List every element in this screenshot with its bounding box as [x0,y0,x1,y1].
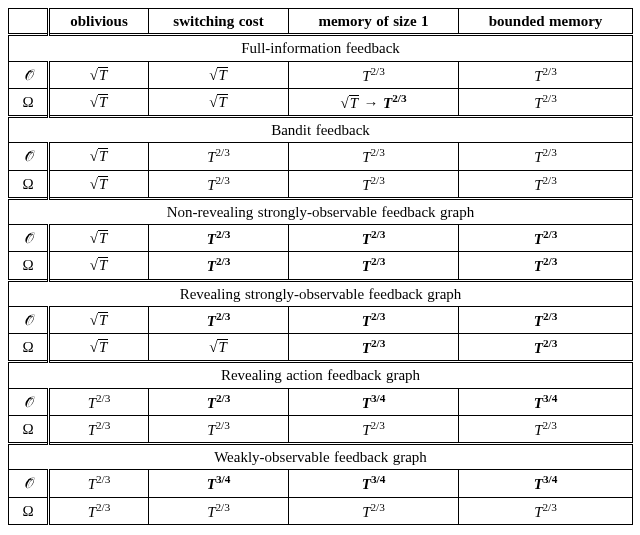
table-row: 𝒪̃ T2/3 T3/4 T3/4 T3/4 [9,470,633,497]
cell: T2/3 [49,497,149,524]
section-title: Revealing action feedback graph [9,362,633,388]
cell: T [49,88,149,116]
row-symbol-Omega: Ω [9,252,49,280]
cell: T [49,225,149,252]
table-row: Ω T T2/3 T2/3 T2/3 [9,170,633,198]
cell: T2/3 [459,170,633,198]
cell: T2/3 [459,415,633,443]
cell: T2/3 [289,170,459,198]
cell: T2/3 [459,88,633,116]
cell: T [49,306,149,333]
cell: T2/3 [459,143,633,170]
cell: T [149,334,289,362]
cell: T2/3 [459,306,633,333]
section-header: Weakly-observable feedback graph [9,444,633,470]
cell: T [49,334,149,362]
cell: T2/3 [149,415,289,443]
cell: T2/3 [289,497,459,524]
cell: T3/4 [459,388,633,415]
row-symbol-Otilde: 𝒪̃ [9,306,49,333]
row-symbol-Omega: Ω [9,334,49,362]
cell: T2/3 [289,143,459,170]
cell: T3/4 [289,470,459,497]
cell: T2/3 [459,252,633,280]
cell: T2/3 [49,388,149,415]
cell: T2/3 [289,225,459,252]
cell: T2/3 [149,252,289,280]
cell: T2/3 [149,225,289,252]
arrow: → [364,95,379,111]
header-bounded-memory: bounded memory [459,9,633,35]
section-title: Non-revealing strongly-observable feedba… [9,198,633,224]
cell: T [149,61,289,88]
cell: T2/3 [149,497,289,524]
table-row: Ω T2/3 T2/3 T2/3 T2/3 [9,497,633,524]
cell: T [149,88,289,116]
cell: T → T2/3 [289,88,459,116]
cell: T2/3 [459,334,633,362]
cell: T2/3 [289,306,459,333]
cell: T2/3 [289,415,459,443]
section-header: Non-revealing strongly-observable feedba… [9,198,633,224]
row-symbol-Otilde: 𝒪̃ [9,143,49,170]
cell: T2/3 [459,61,633,88]
cell: T2/3 [149,306,289,333]
table-row: 𝒪̃ T T2/3 T2/3 T2/3 [9,225,633,252]
section-header: Revealing action feedback graph [9,362,633,388]
cell: T2/3 [49,470,149,497]
row-symbol-Otilde: 𝒪̃ [9,61,49,88]
row-symbol-Omega: Ω [9,415,49,443]
table-row: Ω T T2/3 T2/3 T2/3 [9,252,633,280]
row-symbol-Otilde: 𝒪̃ [9,388,49,415]
cell: T [49,252,149,280]
section-header: Bandit feedback [9,117,633,143]
row-symbol-Omega: Ω [9,497,49,524]
section-title: Bandit feedback [9,117,633,143]
cell: T3/4 [149,470,289,497]
table-header-row: oblivious switching cost memory of size … [9,9,633,35]
row-symbol-Otilde: 𝒪̃ [9,470,49,497]
table-row: 𝒪̃ T T2/3 T2/3 T2/3 [9,143,633,170]
section-header: Revealing strongly-observable feedback g… [9,280,633,306]
table-row: Ω T T T2/3 T2/3 [9,334,633,362]
header-empty [9,9,49,35]
cell: T2/3 [459,497,633,524]
table-row: 𝒪̃ T T T2/3 T2/3 [9,61,633,88]
header-oblivious: oblivious [49,9,149,35]
section-title: Full-information feedback [9,35,633,61]
cell: T2/3 [149,388,289,415]
cell: T3/4 [459,470,633,497]
cell: T [49,143,149,170]
cell: T3/4 [289,388,459,415]
cell: T2/3 [149,170,289,198]
section-title: Weakly-observable feedback graph [9,444,633,470]
section-title: Revealing strongly-observable feedback g… [9,280,633,306]
cell: T2/3 [149,143,289,170]
cell: T [49,170,149,198]
cell: T2/3 [289,252,459,280]
table-row: Ω T T T → T2/3 T2/3 [9,88,633,116]
section-header: Full-information feedback [9,35,633,61]
cell: T2/3 [289,61,459,88]
table-row: Ω T2/3 T2/3 T2/3 T2/3 [9,415,633,443]
header-switching-cost: switching cost [149,9,289,35]
row-symbol-Omega: Ω [9,88,49,116]
cell: T2/3 [459,225,633,252]
table-row: 𝒪̃ T T2/3 T2/3 T2/3 [9,306,633,333]
table-row: 𝒪̃ T2/3 T2/3 T3/4 T3/4 [9,388,633,415]
row-symbol-Otilde: 𝒪̃ [9,225,49,252]
cell: T [49,61,149,88]
cell: T2/3 [289,334,459,362]
header-memory-1: memory of size 1 [289,9,459,35]
row-symbol-Omega: Ω [9,170,49,198]
regret-bounds-table: oblivious switching cost memory of size … [8,8,633,525]
cell: T2/3 [49,415,149,443]
